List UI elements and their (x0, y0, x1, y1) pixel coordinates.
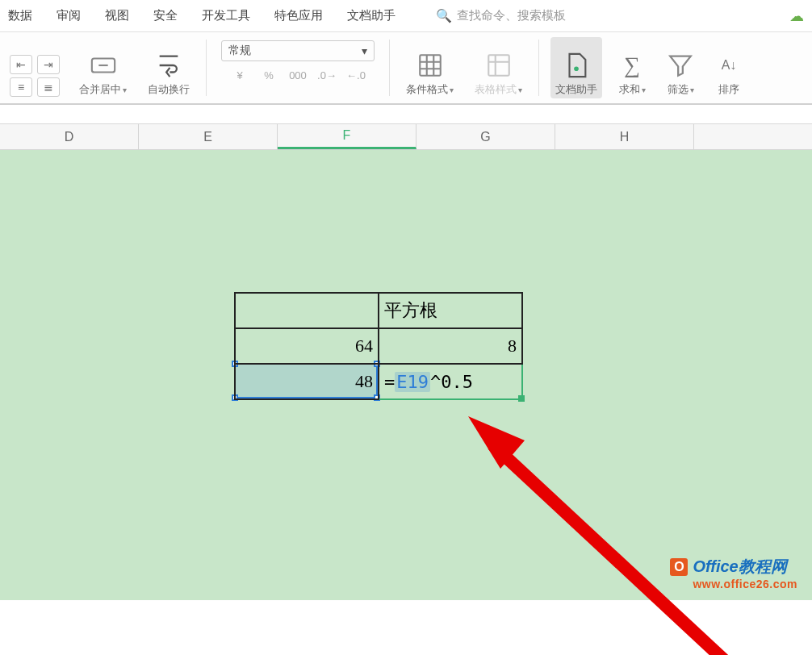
formula-bar-placeholder (0, 105, 812, 124)
separator (389, 40, 390, 96)
col-header-H[interactable]: H (555, 124, 694, 149)
watermark: O Office教程网 www.office26.com (670, 556, 797, 590)
search-icon: 🔍 (436, 8, 452, 23)
tab-view[interactable]: 视图 (105, 8, 129, 23)
ribbon-toolbar: ⇤ ⇥ ≡ ≣ 合并居中▾ 自动换行 常规 ▾ ¥ % 000 (0, 32, 812, 105)
cell-F-header[interactable]: 平方根 (379, 293, 522, 328)
search-box[interactable]: 🔍 查找命令、搜索模板 (436, 8, 765, 23)
formula-exponent: ^0.5 (430, 372, 473, 392)
watermark-url: www.office26.com (693, 578, 797, 590)
separator (206, 40, 207, 96)
cell-E18[interactable]: 64 (235, 328, 379, 364)
percent-icon[interactable]: % (258, 66, 279, 84)
merge-label: 合并居中 (79, 82, 121, 97)
col-header-E[interactable]: E (139, 124, 278, 149)
sigma-icon: ∑ (618, 52, 646, 79)
decrease-indent-icon[interactable]: ⇤ (10, 55, 32, 74)
format-value: 常规 (228, 44, 251, 58)
cloud-sync-icon[interactable]: ☁ (789, 7, 804, 25)
search-placeholder: 查找命令、搜索模板 (457, 8, 566, 23)
sort-button[interactable]: A↓ 排序 (710, 37, 747, 98)
svg-marker-4 (468, 416, 525, 469)
fill-handle[interactable] (518, 395, 525, 402)
cell-F18[interactable]: 8 (379, 328, 522, 364)
formula-cell-ref: E19 (395, 372, 430, 392)
sort-icon: A↓ (715, 52, 743, 79)
currency-icon[interactable]: ¥ (229, 66, 250, 84)
comma-icon[interactable]: 000 (287, 66, 308, 84)
sort-label: 排序 (718, 82, 739, 97)
doc-helper-label: 文档助手 (555, 82, 597, 97)
col-header-F[interactable]: F (278, 124, 416, 149)
svg-rect-1 (420, 55, 441, 76)
increase-decimal-icon[interactable]: .0→ (316, 66, 337, 84)
svg-point-3 (574, 66, 579, 71)
separator (538, 40, 539, 96)
conditional-format-icon (416, 52, 444, 79)
align-cols-icon[interactable]: ≣ (37, 77, 60, 97)
sum-label: 求和 (619, 82, 640, 97)
align-rows-icon[interactable]: ≡ (10, 77, 32, 97)
tab-security[interactable]: 安全 (153, 8, 178, 23)
chevron-down-icon: ▾ (362, 44, 367, 57)
number-format-select[interactable]: 常规 ▾ (221, 40, 375, 61)
annotation-arrow (468, 392, 807, 655)
table-style-label: 表格样式 (475, 82, 517, 97)
table-style-icon (485, 52, 513, 79)
data-table: 平方根 64 8 48 =E19^0.5 (234, 292, 523, 400)
cell-E19[interactable]: 48 (235, 364, 379, 399)
sum-button[interactable]: ∑ 求和▾ (613, 37, 651, 98)
indent-group: ⇤ ⇥ ≡ ≣ (6, 37, 63, 98)
watermark-brand: Office教程网 (693, 556, 786, 578)
table-style-button: 表格样式▾ (470, 37, 527, 98)
number-format-group: 常规 ▾ ¥ % 000 .0→ ←.0 (218, 37, 378, 98)
doc-helper-button[interactable]: 文档助手 (550, 37, 602, 98)
tab-review[interactable]: 审阅 (57, 8, 81, 23)
ribbon-tabs: 数据 审阅 视图 安全 开发工具 特色应用 文档助手 🔍 查找命令、搜索模板 ☁ (0, 0, 812, 32)
wrap-label: 自动换行 (148, 82, 190, 97)
formula-equals: = (384, 372, 395, 392)
cond-format-label: 条件格式 (406, 82, 448, 97)
spreadsheet-grid[interactable]: 平方根 64 8 48 =E19^0.5 O Office教程网 www.off… (0, 150, 812, 600)
decrease-decimal-icon[interactable]: ←.0 (345, 66, 366, 84)
merge-center-button[interactable]: 合并居中▾ (74, 37, 132, 98)
watermark-logo-icon: O (670, 558, 688, 576)
filter-label: 筛选 (668, 82, 689, 97)
conditional-format-button[interactable]: 条件格式▾ (401, 37, 458, 98)
cell-F19-editing[interactable]: =E19^0.5 (379, 364, 522, 399)
column-headers: D E F G H (0, 124, 812, 150)
merge-icon (90, 52, 117, 79)
svg-rect-2 (488, 55, 509, 76)
tab-doc-helper[interactable]: 文档助手 (347, 8, 396, 23)
col-header-D[interactable]: D (0, 124, 139, 149)
wrap-icon (155, 52, 182, 79)
wrap-text-button[interactable]: 自动换行 (143, 37, 195, 98)
increase-indent-icon[interactable]: ⇥ (37, 55, 60, 74)
col-header-G[interactable]: G (416, 124, 555, 149)
tab-special-apps[interactable]: 特色应用 (274, 8, 323, 23)
filter-button[interactable]: 筛选▾ (662, 37, 699, 98)
tab-data[interactable]: 数据 (8, 8, 32, 23)
tab-dev-tools[interactable]: 开发工具 (202, 8, 250, 23)
cell-E-header[interactable] (235, 293, 379, 328)
doc-helper-icon (563, 52, 590, 79)
funnel-icon (667, 52, 694, 79)
